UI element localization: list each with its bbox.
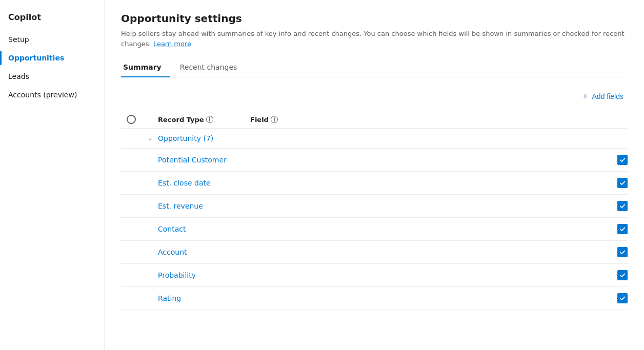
checkmark-icon — [619, 249, 626, 256]
sidebar-item-label-accounts: Accounts (preview) — [8, 91, 77, 99]
sidebar-item-opportunities[interactable]: Opportunities — [0, 49, 104, 67]
sidebar-title: Copilot — [0, 8, 104, 30]
header-record-type: Record Type i — [158, 116, 250, 123]
sidebar-item-setup[interactable]: Setup — [0, 30, 104, 49]
group-record-type-col: Opportunity (7) — [158, 134, 250, 142]
checkmark-icon — [619, 295, 626, 302]
collapse-expand-button[interactable]: ⌵ — [146, 134, 154, 143]
field-header-label: Field — [250, 116, 269, 123]
field-row-account: Account — [121, 241, 628, 264]
add-fields-label: Add fields — [592, 92, 623, 100]
checkmark-icon — [619, 225, 626, 233]
field-row-est-revenue: Est. revenue — [121, 195, 628, 218]
field-checkbox-account[interactable] — [617, 247, 628, 257]
sidebar-nav: Setup Opportunities Leads Accounts (prev… — [0, 30, 104, 104]
field-checkbox-est-revenue[interactable] — [617, 201, 628, 211]
header-field: Field i — [250, 116, 628, 123]
tab-summary[interactable]: Summary — [121, 59, 170, 77]
field-name-account: Account — [158, 248, 617, 256]
field-name-est-close-date: Est. close date — [158, 179, 617, 187]
field-info-icon[interactable]: i — [271, 116, 278, 123]
select-all-checkbox[interactable] — [127, 115, 136, 124]
field-name-rating: Rating — [158, 294, 617, 302]
field-name-est-revenue: Est. revenue — [158, 202, 617, 210]
field-row-probability: Probability — [121, 264, 628, 287]
field-row-rating: Rating — [121, 287, 628, 310]
field-checkbox-potential-customer[interactable] — [617, 155, 628, 165]
main-content: Opportunity settings Help sellers stay a… — [105, 0, 644, 350]
tabs-container: Summary Recent changes — [121, 59, 628, 77]
field-name-probability: Probability — [158, 271, 617, 279]
field-checkbox-est-close-date[interactable] — [617, 178, 628, 188]
checkmark-icon — [619, 156, 626, 163]
field-row-potential-customer: Potential Customer — [121, 149, 628, 172]
table-header: Record Type i Field i — [121, 111, 628, 129]
sidebar-item-leads[interactable]: Leads — [0, 67, 104, 86]
sidebar-item-accounts[interactable]: Accounts (preview) — [0, 86, 104, 104]
field-name-potential-customer: Potential Customer — [158, 156, 617, 164]
record-type-info-icon[interactable]: i — [206, 116, 213, 123]
header-check-col — [121, 115, 142, 124]
learn-more-link[interactable]: Learn more — [153, 40, 191, 48]
add-fields-button[interactable]: ＋ Add fields — [577, 88, 628, 105]
sidebar-item-label-setup: Setup — [8, 35, 29, 44]
checkmark-icon — [619, 272, 626, 279]
record-type-header-label: Record Type — [158, 116, 204, 123]
record-type-value[interactable]: Opportunity (7) — [158, 134, 213, 142]
record-group-row: ⌵ Opportunity (7) — [121, 129, 628, 149]
sidebar-item-label-leads: Leads — [8, 72, 29, 80]
field-row-contact: Contact — [121, 218, 628, 241]
checkmark-icon — [619, 202, 626, 210]
group-expand-col: ⌵ — [142, 134, 158, 143]
field-name-contact: Contact — [158, 225, 617, 233]
plus-icon: ＋ — [581, 91, 589, 101]
field-checkbox-contact[interactable] — [617, 224, 628, 234]
field-checkbox-rating[interactable] — [617, 293, 628, 303]
fields-table: Record Type i Field i ⌵ Opportunity (7) … — [121, 111, 628, 310]
field-checkbox-probability[interactable] — [617, 270, 628, 280]
checkmark-icon — [619, 179, 626, 187]
description-text: Help sellers stay ahead with summaries o… — [121, 30, 625, 48]
field-row-est-close-date: Est. close date — [121, 172, 628, 195]
sidebar: Copilot Setup Opportunities Leads Accoun… — [0, 0, 105, 350]
tab-recent-changes[interactable]: Recent changes — [178, 59, 246, 77]
page-description: Help sellers stay ahead with summaries o… — [121, 29, 628, 49]
toolbar: ＋ Add fields — [121, 88, 628, 105]
sidebar-item-label-opportunities: Opportunities — [8, 54, 64, 62]
page-title: Opportunity settings — [121, 12, 628, 25]
